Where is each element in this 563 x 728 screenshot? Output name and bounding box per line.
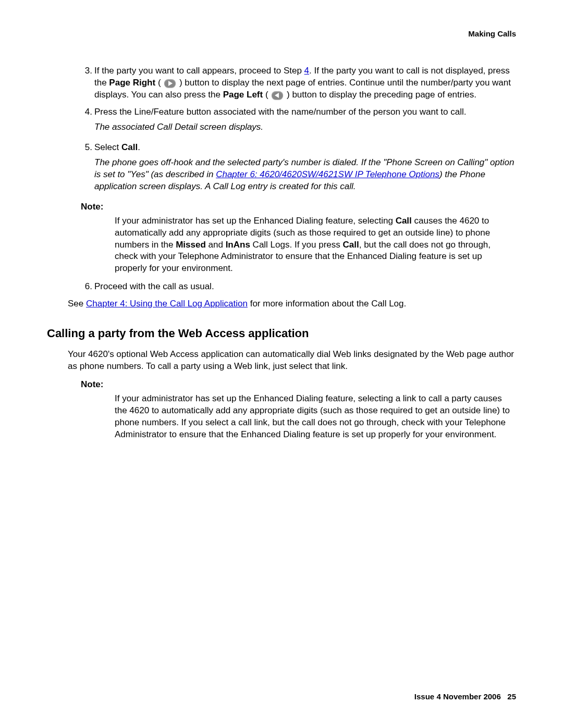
call-label: Call xyxy=(121,142,138,152)
note-label: Note: xyxy=(81,379,516,391)
page-left-label: Page Left xyxy=(223,90,263,100)
step-5: 5. Select Call. The phone goes off-hook … xyxy=(81,142,516,196)
step-body: Proceed with the call as usual. xyxy=(94,281,516,293)
step-number: 3. xyxy=(81,65,94,101)
step-body: If the party you want to call appears, p… xyxy=(94,65,516,101)
note-body: If your administrator has set up the Enh… xyxy=(115,215,516,275)
text: and xyxy=(206,240,226,250)
section-paragraph: Your 4620's optional Web Access applicat… xyxy=(68,349,516,373)
step-list-cont: 6. Proceed with the call as usual. xyxy=(81,281,516,293)
step-number: 6. xyxy=(81,281,94,293)
step-body: Select Call. The phone goes off-hook and… xyxy=(94,142,516,196)
text: . xyxy=(138,142,140,152)
text: If the party you want to call appears, p… xyxy=(94,66,304,76)
step-body: Press the Line/Feature button associated… xyxy=(94,106,516,137)
step-4-link[interactable]: 4 xyxy=(304,66,309,76)
issue-text: Issue 4 November 2006 xyxy=(414,692,501,701)
step-3: 3. If the party you want to call appears… xyxy=(81,65,516,101)
text: ) button to display the preceding page o… xyxy=(284,90,476,100)
note-label: Note: xyxy=(81,201,516,213)
see-paragraph: See Chapter 4: Using the Call Log Applic… xyxy=(68,298,516,310)
missed-label: Missed xyxy=(176,240,206,250)
page-number: 25 xyxy=(507,692,516,701)
text: ( xyxy=(155,78,163,88)
note-body: If your administrator has set up the Enh… xyxy=(115,393,516,441)
text: ( xyxy=(263,90,271,100)
step-result: The associated Call Detail screen displa… xyxy=(94,121,516,133)
text: Press the Line/Feature button associated… xyxy=(94,107,466,117)
chapter-4-link[interactable]: Chapter 4: Using the Call Log Applicatio… xyxy=(86,299,248,309)
call-label: Call xyxy=(343,240,359,250)
chapter-6-link[interactable]: Chapter 6: 4620/4620SW/4621SW IP Telepho… xyxy=(216,169,439,179)
page-left-icon xyxy=(272,91,283,100)
step-number: 4. xyxy=(81,106,94,137)
text: for more information about the Call Log. xyxy=(248,299,406,309)
text: Select xyxy=(94,142,121,152)
step-6: 6. Proceed with the call as usual. xyxy=(81,281,516,293)
page-right-label: Page Right xyxy=(109,78,155,88)
page-header: Making Calls xyxy=(47,29,516,39)
text: Call Logs. If you press xyxy=(250,240,343,250)
page-right-icon xyxy=(164,79,176,88)
text: See xyxy=(68,299,86,309)
inans-label: InAns xyxy=(226,240,250,250)
step-4: 4. Press the Line/Feature button associa… xyxy=(81,106,516,137)
step-list: 3. If the party you want to call appears… xyxy=(81,65,516,195)
call-label: Call xyxy=(396,216,412,226)
step-result: The phone goes off-hook and the selected… xyxy=(94,157,516,193)
text: If your administrator has set up the Enh… xyxy=(115,216,396,226)
step-number: 5. xyxy=(81,142,94,196)
page-footer: Issue 4 November 2006 25 xyxy=(414,692,516,702)
section-heading: Calling a party from the Web Access appl… xyxy=(47,326,516,341)
